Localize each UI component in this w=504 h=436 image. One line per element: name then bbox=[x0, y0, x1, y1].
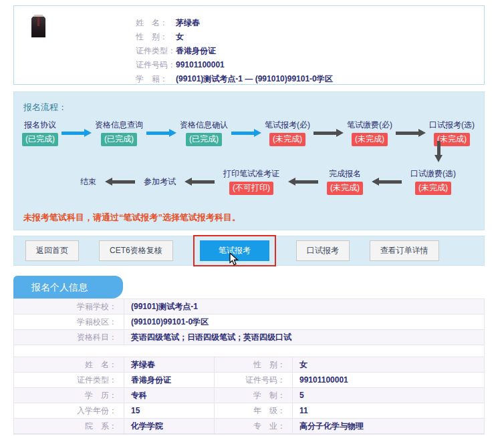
flow-arrow-left bbox=[105, 178, 135, 186]
flow-step-status-badge: (已完成) bbox=[101, 133, 137, 146]
flow-title: 报名流程： bbox=[14, 92, 484, 114]
profile-field-row: 证件号码：99101100001 bbox=[136, 58, 484, 72]
info-row-label: 性 别： bbox=[215, 357, 293, 372]
info-row-value: 香港身份证 bbox=[124, 373, 215, 387]
info-row-label: 学 制： bbox=[215, 388, 293, 403]
flow-step: 笔试缴费(必)(未完成) bbox=[347, 120, 392, 146]
flow-arrow-right bbox=[231, 129, 261, 137]
personal-info-section: 报名个人信息 学籍学校：(99101)测试考点-1学籍校区：(991010)99… bbox=[13, 276, 485, 435]
profile-field-value: 女 bbox=[176, 32, 184, 41]
flow-step-label: 打印笔试准考证 bbox=[223, 168, 279, 180]
info-row-value: 英语四级笔试；日语四级笔试；英语四级口试 bbox=[124, 330, 484, 345]
profile-field-label: 证件类型： bbox=[136, 44, 176, 58]
flow-step-label: 笔试报考(必) bbox=[265, 120, 310, 131]
info-row-value: 15 bbox=[124, 403, 215, 418]
flow-step: 参加考试 bbox=[144, 176, 176, 188]
info-row-value: (991010)99101-0学区 bbox=[124, 314, 484, 329]
table-spacer bbox=[14, 345, 484, 357]
profile-field-value: (99101)测试考点-1 — (991010)99101-0学区 bbox=[176, 74, 333, 83]
profile-field-row: 姓 名：茅绿春 bbox=[136, 16, 484, 30]
info-table-row: 院 系：化学学院专 业：高分子化学与物理 bbox=[14, 419, 484, 434]
flow-step-status-badge: (已完成) bbox=[186, 133, 222, 146]
info-row-value: 高分子化学与物理 bbox=[293, 419, 484, 433]
info-row-value: 专科 bbox=[124, 388, 215, 403]
toolbar-button-default[interactable]: 查看订单详情 bbox=[370, 240, 439, 261]
info-row-label: 院 系： bbox=[14, 419, 124, 433]
flow-step-status-badge: (不可打印) bbox=[229, 182, 273, 195]
flow-arrow-right bbox=[61, 129, 92, 137]
info-table-row: 学 历：专科学 制：5 bbox=[14, 388, 484, 403]
flow-arrow-right bbox=[313, 129, 344, 137]
flow-step-label: 报名协议 bbox=[24, 120, 56, 131]
flow-step: 资格信息查询(已完成) bbox=[95, 120, 143, 146]
flow-step: 资格信息确认(已完成) bbox=[180, 120, 228, 146]
flow-arrow-right bbox=[396, 129, 426, 137]
flow-step-label: 口试报考(选) bbox=[429, 120, 475, 131]
flow-step: 打印笔试准考证(不可打印) bbox=[223, 168, 279, 195]
flow-step-status-badge: (已完成) bbox=[22, 133, 58, 146]
flow-step-status-badge: (未完成) bbox=[352, 133, 388, 146]
info-row-value: 女 bbox=[293, 357, 484, 372]
flow-arrow-left bbox=[288, 178, 318, 186]
toolbar-button-default[interactable]: 返回首页 bbox=[25, 240, 79, 261]
annotation-highlight-box: 笔试报考 bbox=[193, 235, 276, 266]
profile-field-row: 证件类型：香港身份证 bbox=[136, 44, 484, 58]
profile-field-value: 99101100001 bbox=[176, 60, 225, 69]
info-row-value: 茅绿春 bbox=[124, 357, 215, 372]
flow-step: 结束 bbox=[80, 176, 96, 188]
info-row-value: 化学学院 bbox=[124, 419, 215, 433]
section-tab-title: 报名个人信息 bbox=[13, 276, 123, 298]
info-table-row: 学籍校区：(991010)99101-0学区 bbox=[14, 314, 484, 330]
info-table-row: 姓 名：茅绿春性 别：女 bbox=[14, 357, 484, 373]
info-row-label: 证件号码： bbox=[215, 373, 293, 387]
toolbar-button-default[interactable]: CET6资格复核 bbox=[99, 240, 173, 261]
flow-step-label: 完成报名 bbox=[329, 168, 361, 180]
info-row-label: 专 业： bbox=[215, 419, 293, 433]
info-table-row: 学籍学校：(99101)测试考点-1 bbox=[14, 299, 484, 314]
info-row-label: 学籍校区： bbox=[14, 314, 124, 329]
flow-step-status-badge: (未完成) bbox=[327, 182, 363, 195]
registration-flow-panel: 报名流程： 报名协议(已完成)资格信息查询(已完成)资格信息确认(已完成)笔试报… bbox=[13, 91, 485, 230]
flow-step-label: 口试缴费(选) bbox=[410, 168, 456, 180]
flow-arrow-down bbox=[434, 141, 443, 162]
flow-step-status-badge: (未完成) bbox=[415, 182, 451, 195]
flow-step-label: 参加考试 bbox=[144, 176, 176, 188]
toolbar-button-default[interactable]: 口试报考 bbox=[296, 240, 350, 261]
flow-row-2: 结束参加考试打印笔试准考证(不可打印)完成报名(未完成)口试缴费(选)(未完成) bbox=[14, 168, 484, 195]
flow-arrow-left bbox=[184, 178, 215, 186]
info-row-label: 学 历： bbox=[14, 388, 124, 403]
profile-fields: 姓 名：茅绿春性 别：女证件类型：香港身份证证件号码：99101100001学 … bbox=[14, 6, 484, 86]
profile-field-row: 学 籍：(99101)测试考点-1 — (991010)99101-0学区 bbox=[136, 72, 484, 86]
flow-step-label: 资格信息查询 bbox=[95, 120, 143, 131]
flow-arrow-left bbox=[372, 178, 402, 186]
profile-field-value: 香港身份证 bbox=[176, 46, 216, 55]
info-table-row: 资格科目：英语四级笔试；日语四级笔试；英语四级口试 bbox=[14, 330, 484, 345]
profile-photo bbox=[31, 15, 45, 37]
action-toolbar: 返回首页CET6资格复核笔试报考口试报考查看订单详情 bbox=[13, 236, 485, 266]
flow-step: 报名协议(已完成) bbox=[22, 120, 58, 146]
flow-step: 笔试报考(必)(未完成) bbox=[265, 120, 310, 146]
info-row-value: 5 bbox=[293, 388, 484, 403]
info-row-value: 99101100001 bbox=[293, 373, 484, 387]
flow-row-1: 报名协议(已完成)资格信息查询(已完成)资格信息确认(已完成)笔试报考(必)(未… bbox=[14, 120, 484, 146]
info-table-row: 证件类型：香港身份证证件号码：99101100001 bbox=[14, 373, 484, 388]
flow-warning-text: 未报考笔试科目，请通过“笔试报考”选择笔试报考科目。 bbox=[23, 212, 484, 224]
flow-arrow-right bbox=[146, 129, 176, 137]
profile-card: 姓 名：茅绿春性 别：女证件类型：香港身份证证件号码：99101100001学 … bbox=[13, 5, 485, 85]
flow-step-label: 结束 bbox=[80, 176, 96, 188]
profile-field-row: 性 别：女 bbox=[136, 30, 484, 44]
info-row-label: 姓 名： bbox=[14, 357, 124, 372]
info-row-label: 入学年份： bbox=[14, 403, 124, 418]
flow-step-label: 资格信息确认 bbox=[180, 120, 228, 131]
profile-field-value: 茅绿春 bbox=[176, 18, 200, 27]
profile-field-label: 性 别： bbox=[136, 30, 176, 44]
info-row-label: 学籍学校： bbox=[14, 299, 124, 314]
flow-step: 口试缴费(选)(未完成) bbox=[410, 168, 456, 195]
info-row-label: 资格科目： bbox=[14, 330, 124, 345]
personal-info-table: 学籍学校：(99101)测试考点-1学籍校区：(991010)99101-0学区… bbox=[13, 298, 485, 435]
info-row-label: 年 级： bbox=[215, 403, 293, 418]
info-row-value: (99101)测试考点-1 bbox=[124, 299, 484, 314]
info-table-row: 入学年份：15年 级：11 bbox=[14, 403, 484, 419]
flow-step: 完成报名(未完成) bbox=[327, 168, 363, 195]
profile-field-label: 学 籍： bbox=[136, 72, 176, 86]
